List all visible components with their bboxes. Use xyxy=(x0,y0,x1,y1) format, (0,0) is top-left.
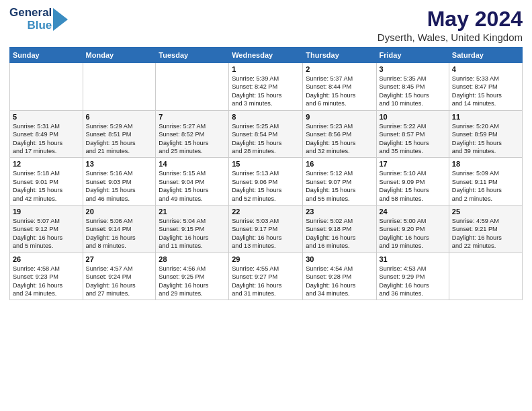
calendar-cell: 20Sunrise: 5:06 AM Sunset: 9:14 PM Dayli… xyxy=(83,205,156,253)
day-info: Sunrise: 5:03 AM Sunset: 9:17 PM Dayligh… xyxy=(232,217,300,250)
day-info: Sunrise: 5:15 AM Sunset: 9:04 PM Dayligh… xyxy=(159,169,226,203)
col-monday: Monday xyxy=(83,48,156,63)
day-info: Sunrise: 5:02 AM Sunset: 9:18 PM Dayligh… xyxy=(306,217,373,250)
day-number: 18 xyxy=(452,160,519,168)
day-info: Sunrise: 5:35 AM Sunset: 8:45 PM Dayligh… xyxy=(380,75,446,108)
calendar-cell: 16Sunrise: 5:12 AM Sunset: 9:07 PM Dayli… xyxy=(303,158,376,205)
day-number: 21 xyxy=(159,208,226,216)
col-friday: Friday xyxy=(376,48,449,63)
calendar-week-row: 5Sunrise: 5:31 AM Sunset: 8:49 PM Daylig… xyxy=(10,110,523,158)
day-number: 14 xyxy=(159,160,226,168)
calendar-cell: 28Sunrise: 4:56 AM Sunset: 9:25 PM Dayli… xyxy=(156,253,229,300)
day-info: Sunrise: 5:09 AM Sunset: 9:11 PM Dayligh… xyxy=(452,169,519,203)
day-number: 5 xyxy=(13,113,80,121)
day-info: Sunrise: 4:58 AM Sunset: 9:23 PM Dayligh… xyxy=(13,265,80,298)
calendar-cell xyxy=(449,253,522,300)
col-thursday: Thursday xyxy=(303,48,376,63)
calendar-cell: 22Sunrise: 5:03 AM Sunset: 9:17 PM Dayli… xyxy=(229,205,303,253)
calendar-cell: 11Sunrise: 5:20 AM Sunset: 8:59 PM Dayli… xyxy=(449,110,522,158)
day-number: 24 xyxy=(380,208,446,216)
month-year-title: May 2024 xyxy=(378,7,523,32)
day-number: 11 xyxy=(452,113,519,121)
title-block: May 2024 Dyserth, Wales, United Kingdom xyxy=(378,7,523,43)
day-number: 27 xyxy=(86,255,153,263)
col-sunday: Sunday xyxy=(10,48,83,63)
day-info: Sunrise: 5:00 AM Sunset: 9:20 PM Dayligh… xyxy=(380,217,446,250)
day-number: 28 xyxy=(159,255,226,263)
calendar-cell: 2Sunrise: 5:37 AM Sunset: 8:44 PM Daylig… xyxy=(303,63,376,111)
day-info: Sunrise: 5:18 AM Sunset: 9:01 PM Dayligh… xyxy=(13,169,80,203)
day-number: 6 xyxy=(86,113,153,121)
logo-blue: Blue xyxy=(27,19,52,32)
calendar-cell: 3Sunrise: 5:35 AM Sunset: 8:45 PM Daylig… xyxy=(376,63,449,111)
calendar-week-row: 1Sunrise: 5:39 AM Sunset: 8:42 PM Daylig… xyxy=(10,63,523,111)
col-saturday: Saturday xyxy=(449,48,522,63)
day-number: 25 xyxy=(452,208,519,216)
day-info: Sunrise: 5:16 AM Sunset: 9:03 PM Dayligh… xyxy=(86,169,153,203)
day-number: 26 xyxy=(13,255,80,263)
day-number: 16 xyxy=(306,160,373,168)
calendar-table: Sunday Monday Tuesday Wednesday Thursday… xyxy=(9,47,523,300)
calendar-cell: 29Sunrise: 4:55 AM Sunset: 9:27 PM Dayli… xyxy=(229,253,303,300)
day-info: Sunrise: 5:12 AM Sunset: 9:07 PM Dayligh… xyxy=(306,169,373,203)
day-number: 4 xyxy=(452,65,519,73)
day-number: 12 xyxy=(13,160,80,168)
day-number: 3 xyxy=(380,65,446,73)
day-number: 13 xyxy=(86,160,153,168)
svg-marker-0 xyxy=(53,8,68,31)
day-info: Sunrise: 5:22 AM Sunset: 8:57 PM Dayligh… xyxy=(380,122,446,156)
day-number: 9 xyxy=(306,113,373,121)
day-info: Sunrise: 4:57 AM Sunset: 9:24 PM Dayligh… xyxy=(86,265,153,298)
col-wednesday: Wednesday xyxy=(229,48,303,63)
day-number: 19 xyxy=(13,208,80,216)
day-info: Sunrise: 4:56 AM Sunset: 9:25 PM Dayligh… xyxy=(159,265,226,298)
day-info: Sunrise: 4:59 AM Sunset: 9:21 PM Dayligh… xyxy=(452,217,519,250)
calendar-cell: 14Sunrise: 5:15 AM Sunset: 9:04 PM Dayli… xyxy=(156,158,229,205)
calendar-week-row: 26Sunrise: 4:58 AM Sunset: 9:23 PM Dayli… xyxy=(10,253,523,300)
calendar-cell: 27Sunrise: 4:57 AM Sunset: 9:24 PM Dayli… xyxy=(83,253,156,300)
calendar-cell: 8Sunrise: 5:25 AM Sunset: 8:54 PM Daylig… xyxy=(229,110,303,158)
calendar-cell: 4Sunrise: 5:33 AM Sunset: 8:47 PM Daylig… xyxy=(449,63,522,111)
day-info: Sunrise: 5:25 AM Sunset: 8:54 PM Dayligh… xyxy=(232,122,300,156)
calendar-header-row: Sunday Monday Tuesday Wednesday Thursday… xyxy=(10,48,523,63)
day-info: Sunrise: 4:54 AM Sunset: 9:28 PM Dayligh… xyxy=(306,265,373,298)
day-info: Sunrise: 5:20 AM Sunset: 8:59 PM Dayligh… xyxy=(452,122,519,156)
day-number: 31 xyxy=(380,255,446,263)
calendar-cell: 12Sunrise: 5:18 AM Sunset: 9:01 PM Dayli… xyxy=(10,158,83,205)
day-number: 22 xyxy=(232,208,300,216)
calendar-cell: 21Sunrise: 5:04 AM Sunset: 9:15 PM Dayli… xyxy=(156,205,229,253)
page-header: General Blue May 2024 Dyserth, Wales, Un… xyxy=(9,7,523,43)
calendar-cell: 5Sunrise: 5:31 AM Sunset: 8:49 PM Daylig… xyxy=(10,110,83,158)
calendar-cell xyxy=(83,63,156,111)
logo-general: General xyxy=(9,7,52,19)
day-info: Sunrise: 5:04 AM Sunset: 9:15 PM Dayligh… xyxy=(159,217,226,250)
calendar-cell: 19Sunrise: 5:07 AM Sunset: 9:12 PM Dayli… xyxy=(10,205,83,253)
calendar-cell: 26Sunrise: 4:58 AM Sunset: 9:23 PM Dayli… xyxy=(10,253,83,300)
calendar-cell: 24Sunrise: 5:00 AM Sunset: 9:20 PM Dayli… xyxy=(376,205,449,253)
day-number: 30 xyxy=(306,255,373,263)
day-number: 8 xyxy=(232,113,300,121)
day-info: Sunrise: 5:29 AM Sunset: 8:51 PM Dayligh… xyxy=(86,122,153,156)
location-subtitle: Dyserth, Wales, United Kingdom xyxy=(378,32,523,43)
calendar-cell: 30Sunrise: 4:54 AM Sunset: 9:28 PM Dayli… xyxy=(303,253,376,300)
logo: General Blue xyxy=(9,7,68,32)
calendar-week-row: 19Sunrise: 5:07 AM Sunset: 9:12 PM Dayli… xyxy=(10,205,523,253)
day-number: 15 xyxy=(232,160,300,168)
day-info: Sunrise: 5:23 AM Sunset: 8:56 PM Dayligh… xyxy=(306,122,373,156)
calendar-cell: 10Sunrise: 5:22 AM Sunset: 8:57 PM Dayli… xyxy=(376,110,449,158)
day-info: Sunrise: 5:33 AM Sunset: 8:47 PM Dayligh… xyxy=(452,75,519,108)
day-info: Sunrise: 5:13 AM Sunset: 9:06 PM Dayligh… xyxy=(232,169,300,203)
day-info: Sunrise: 5:10 AM Sunset: 9:09 PM Dayligh… xyxy=(380,169,446,203)
day-info: Sunrise: 5:31 AM Sunset: 8:49 PM Dayligh… xyxy=(13,122,80,156)
calendar-cell: 15Sunrise: 5:13 AM Sunset: 9:06 PM Dayli… xyxy=(229,158,303,205)
day-number: 1 xyxy=(232,65,300,73)
calendar-cell: 13Sunrise: 5:16 AM Sunset: 9:03 PM Dayli… xyxy=(83,158,156,205)
calendar-cell: 25Sunrise: 4:59 AM Sunset: 9:21 PM Dayli… xyxy=(449,205,522,253)
calendar-cell: 6Sunrise: 5:29 AM Sunset: 8:51 PM Daylig… xyxy=(83,110,156,158)
calendar-cell: 1Sunrise: 5:39 AM Sunset: 8:42 PM Daylig… xyxy=(229,63,303,111)
day-number: 20 xyxy=(86,208,153,216)
calendar-cell: 31Sunrise: 4:53 AM Sunset: 9:29 PM Dayli… xyxy=(376,253,449,300)
calendar-cell: 7Sunrise: 5:27 AM Sunset: 8:52 PM Daylig… xyxy=(156,110,229,158)
day-number: 10 xyxy=(380,113,446,121)
day-info: Sunrise: 5:06 AM Sunset: 9:14 PM Dayligh… xyxy=(86,217,153,250)
